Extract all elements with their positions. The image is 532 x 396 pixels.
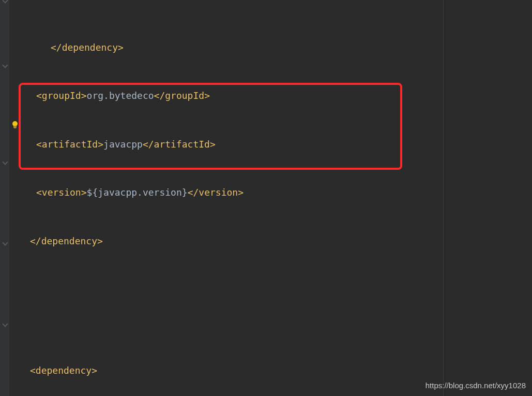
code-line[interactable]: <dependency>: [9, 362, 305, 378]
gutter: [0, 0, 9, 396]
xml-text: ${javacpp.version}: [87, 187, 188, 198]
xml-tag: <groupId>: [36, 90, 87, 101]
fold-icon: [2, 62, 8, 68]
code-line[interactable]: <version>${javacpp.version}</version>: [9, 184, 305, 200]
watermark-text: https://blog.csdn.net/xyy1028: [425, 381, 526, 390]
code-line[interactable]: <artifactId>javacpp</artifactId>: [9, 136, 305, 152]
xml-tag: <dependency>: [30, 365, 97, 376]
code-line[interactable]: [9, 282, 305, 298]
xml-tag: </dependency>: [30, 236, 103, 246]
code-area[interactable]: </dependency> <groupId>org.bytedeco</gro…: [9, 0, 305, 396]
xml-tag: </groupId>: [154, 90, 210, 101]
xml-text: org.bytedeco: [87, 90, 154, 101]
code-editor[interactable]: </dependency> <groupId>org.bytedeco</gro…: [0, 0, 445, 396]
fold-icon: [2, 159, 8, 165]
xml-tag: <version>: [36, 187, 87, 198]
xml-tag: <artifactId>: [36, 139, 103, 150]
xml-tag: </dependency>: [51, 42, 124, 53]
code-line[interactable]: <groupId>org.bytedeco</groupId>: [9, 87, 305, 104]
right-editor-pane[interactable]: [443, 0, 532, 396]
fold-icon: [2, 240, 8, 245]
code-line[interactable]: </dependency>: [9, 39, 305, 55]
xml-text: javacpp: [103, 139, 143, 150]
xml-tag: </version>: [188, 187, 244, 198]
fold-icon: [2, 0, 8, 4]
fold-icon: [2, 321, 8, 327]
xml-tag: </artifactId>: [143, 139, 216, 150]
code-line[interactable]: </dependency>: [9, 233, 305, 249]
